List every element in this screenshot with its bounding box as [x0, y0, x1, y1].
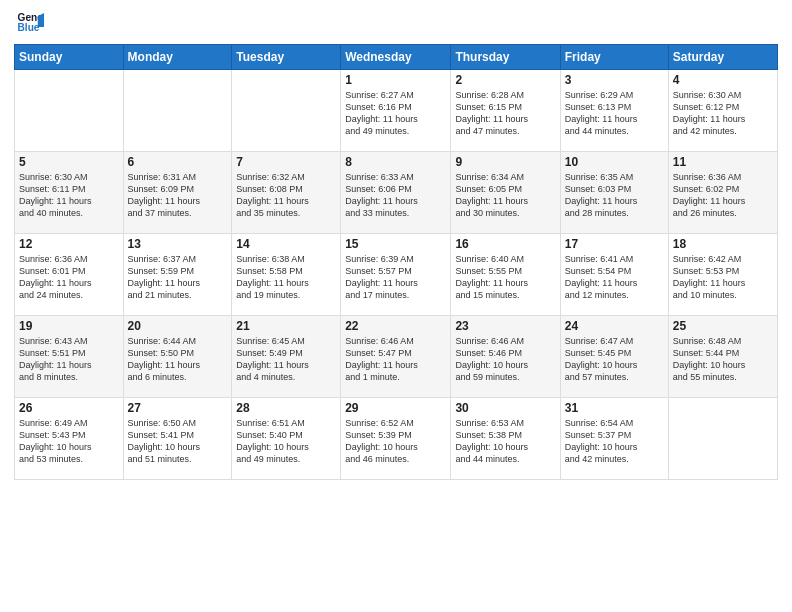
calendar-week-row: 19Sunrise: 6:43 AMSunset: 5:51 PMDayligh…: [15, 316, 778, 398]
calendar-cell: 2Sunrise: 6:28 AMSunset: 6:15 PMDaylight…: [451, 70, 560, 152]
day-number: 12: [19, 237, 119, 251]
cell-content: Sunrise: 6:54 AMSunset: 5:37 PMDaylight:…: [565, 417, 664, 466]
calendar-cell: 30Sunrise: 6:53 AMSunset: 5:38 PMDayligh…: [451, 398, 560, 480]
weekday-header-thursday: Thursday: [451, 45, 560, 70]
calendar-cell: 10Sunrise: 6:35 AMSunset: 6:03 PMDayligh…: [560, 152, 668, 234]
weekday-header-row: SundayMondayTuesdayWednesdayThursdayFrid…: [15, 45, 778, 70]
calendar-cell: 29Sunrise: 6:52 AMSunset: 5:39 PMDayligh…: [341, 398, 451, 480]
header: General Blue: [14, 10, 778, 38]
cell-content: Sunrise: 6:44 AMSunset: 5:50 PMDaylight:…: [128, 335, 228, 384]
cell-content: Sunrise: 6:43 AMSunset: 5:51 PMDaylight:…: [19, 335, 119, 384]
calendar-cell: 9Sunrise: 6:34 AMSunset: 6:05 PMDaylight…: [451, 152, 560, 234]
weekday-header-tuesday: Tuesday: [232, 45, 341, 70]
calendar-cell: 26Sunrise: 6:49 AMSunset: 5:43 PMDayligh…: [15, 398, 124, 480]
day-number: 14: [236, 237, 336, 251]
cell-content: Sunrise: 6:53 AMSunset: 5:38 PMDaylight:…: [455, 417, 555, 466]
calendar-cell: 20Sunrise: 6:44 AMSunset: 5:50 PMDayligh…: [123, 316, 232, 398]
calendar-cell: 22Sunrise: 6:46 AMSunset: 5:47 PMDayligh…: [341, 316, 451, 398]
cell-content: Sunrise: 6:35 AMSunset: 6:03 PMDaylight:…: [565, 171, 664, 220]
logo-icon: General Blue: [16, 10, 44, 38]
cell-content: Sunrise: 6:49 AMSunset: 5:43 PMDaylight:…: [19, 417, 119, 466]
calendar-cell: 17Sunrise: 6:41 AMSunset: 5:54 PMDayligh…: [560, 234, 668, 316]
svg-text:Blue: Blue: [18, 22, 40, 33]
day-number: 6: [128, 155, 228, 169]
weekday-header-saturday: Saturday: [668, 45, 777, 70]
cell-content: Sunrise: 6:42 AMSunset: 5:53 PMDaylight:…: [673, 253, 773, 302]
day-number: 17: [565, 237, 664, 251]
cell-content: Sunrise: 6:50 AMSunset: 5:41 PMDaylight:…: [128, 417, 228, 466]
day-number: 15: [345, 237, 446, 251]
day-number: 20: [128, 319, 228, 333]
cell-content: Sunrise: 6:46 AMSunset: 5:47 PMDaylight:…: [345, 335, 446, 384]
calendar-cell: 19Sunrise: 6:43 AMSunset: 5:51 PMDayligh…: [15, 316, 124, 398]
calendar-cell: 5Sunrise: 6:30 AMSunset: 6:11 PMDaylight…: [15, 152, 124, 234]
day-number: 8: [345, 155, 446, 169]
day-number: 25: [673, 319, 773, 333]
calendar-cell: 3Sunrise: 6:29 AMSunset: 6:13 PMDaylight…: [560, 70, 668, 152]
cell-content: Sunrise: 6:38 AMSunset: 5:58 PMDaylight:…: [236, 253, 336, 302]
calendar-cell: [668, 398, 777, 480]
cell-content: Sunrise: 6:46 AMSunset: 5:46 PMDaylight:…: [455, 335, 555, 384]
weekday-header-monday: Monday: [123, 45, 232, 70]
day-number: 3: [565, 73, 664, 87]
day-number: 28: [236, 401, 336, 415]
day-number: 30: [455, 401, 555, 415]
cell-content: Sunrise: 6:52 AMSunset: 5:39 PMDaylight:…: [345, 417, 446, 466]
day-number: 5: [19, 155, 119, 169]
cell-content: Sunrise: 6:32 AMSunset: 6:08 PMDaylight:…: [236, 171, 336, 220]
calendar-cell: 6Sunrise: 6:31 AMSunset: 6:09 PMDaylight…: [123, 152, 232, 234]
day-number: 23: [455, 319, 555, 333]
page-container: General Blue SundayMondayTuesdayWednesda…: [0, 0, 792, 612]
calendar-cell: 15Sunrise: 6:39 AMSunset: 5:57 PMDayligh…: [341, 234, 451, 316]
cell-content: Sunrise: 6:36 AMSunset: 6:01 PMDaylight:…: [19, 253, 119, 302]
calendar-cell: 25Sunrise: 6:48 AMSunset: 5:44 PMDayligh…: [668, 316, 777, 398]
logo: General Blue: [14, 10, 44, 38]
cell-content: Sunrise: 6:47 AMSunset: 5:45 PMDaylight:…: [565, 335, 664, 384]
calendar-table: SundayMondayTuesdayWednesdayThursdayFrid…: [14, 44, 778, 480]
calendar-cell: 4Sunrise: 6:30 AMSunset: 6:12 PMDaylight…: [668, 70, 777, 152]
day-number: 16: [455, 237, 555, 251]
calendar-cell: 1Sunrise: 6:27 AMSunset: 6:16 PMDaylight…: [341, 70, 451, 152]
cell-content: Sunrise: 6:45 AMSunset: 5:49 PMDaylight:…: [236, 335, 336, 384]
weekday-header-wednesday: Wednesday: [341, 45, 451, 70]
cell-content: Sunrise: 6:28 AMSunset: 6:15 PMDaylight:…: [455, 89, 555, 138]
calendar-cell: 11Sunrise: 6:36 AMSunset: 6:02 PMDayligh…: [668, 152, 777, 234]
calendar-cell: 8Sunrise: 6:33 AMSunset: 6:06 PMDaylight…: [341, 152, 451, 234]
calendar-cell: 31Sunrise: 6:54 AMSunset: 5:37 PMDayligh…: [560, 398, 668, 480]
day-number: 21: [236, 319, 336, 333]
calendar-week-row: 5Sunrise: 6:30 AMSunset: 6:11 PMDaylight…: [15, 152, 778, 234]
calendar-cell: 28Sunrise: 6:51 AMSunset: 5:40 PMDayligh…: [232, 398, 341, 480]
cell-content: Sunrise: 6:27 AMSunset: 6:16 PMDaylight:…: [345, 89, 446, 138]
calendar-cell: 27Sunrise: 6:50 AMSunset: 5:41 PMDayligh…: [123, 398, 232, 480]
calendar-cell: 24Sunrise: 6:47 AMSunset: 5:45 PMDayligh…: [560, 316, 668, 398]
cell-content: Sunrise: 6:30 AMSunset: 6:11 PMDaylight:…: [19, 171, 119, 220]
day-number: 11: [673, 155, 773, 169]
weekday-header-friday: Friday: [560, 45, 668, 70]
day-number: 13: [128, 237, 228, 251]
cell-content: Sunrise: 6:29 AMSunset: 6:13 PMDaylight:…: [565, 89, 664, 138]
weekday-header-sunday: Sunday: [15, 45, 124, 70]
calendar-cell: 7Sunrise: 6:32 AMSunset: 6:08 PMDaylight…: [232, 152, 341, 234]
day-number: 2: [455, 73, 555, 87]
calendar-cell: [232, 70, 341, 152]
cell-content: Sunrise: 6:33 AMSunset: 6:06 PMDaylight:…: [345, 171, 446, 220]
calendar-cell: 16Sunrise: 6:40 AMSunset: 5:55 PMDayligh…: [451, 234, 560, 316]
cell-content: Sunrise: 6:40 AMSunset: 5:55 PMDaylight:…: [455, 253, 555, 302]
calendar-cell: 14Sunrise: 6:38 AMSunset: 5:58 PMDayligh…: [232, 234, 341, 316]
cell-content: Sunrise: 6:34 AMSunset: 6:05 PMDaylight:…: [455, 171, 555, 220]
cell-content: Sunrise: 6:36 AMSunset: 6:02 PMDaylight:…: [673, 171, 773, 220]
calendar-week-row: 12Sunrise: 6:36 AMSunset: 6:01 PMDayligh…: [15, 234, 778, 316]
cell-content: Sunrise: 6:31 AMSunset: 6:09 PMDaylight:…: [128, 171, 228, 220]
day-number: 1: [345, 73, 446, 87]
day-number: 10: [565, 155, 664, 169]
day-number: 19: [19, 319, 119, 333]
day-number: 7: [236, 155, 336, 169]
calendar-cell: 12Sunrise: 6:36 AMSunset: 6:01 PMDayligh…: [15, 234, 124, 316]
calendar-cell: [15, 70, 124, 152]
day-number: 18: [673, 237, 773, 251]
cell-content: Sunrise: 6:39 AMSunset: 5:57 PMDaylight:…: [345, 253, 446, 302]
calendar-cell: 13Sunrise: 6:37 AMSunset: 5:59 PMDayligh…: [123, 234, 232, 316]
day-number: 24: [565, 319, 664, 333]
day-number: 29: [345, 401, 446, 415]
calendar-cell: 18Sunrise: 6:42 AMSunset: 5:53 PMDayligh…: [668, 234, 777, 316]
